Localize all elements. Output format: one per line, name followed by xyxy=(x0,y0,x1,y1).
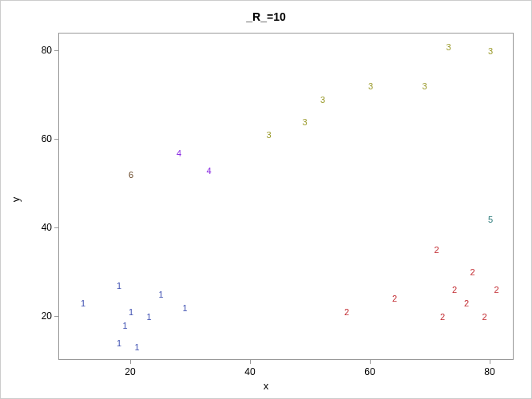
y-tick-label: 20 xyxy=(28,310,52,322)
x-tick-label: 80 xyxy=(484,366,494,377)
data-point: 1 xyxy=(81,298,85,308)
chart-title: _R_=10 xyxy=(1,10,531,23)
chart-container: _R_=10 11111111122222222233333334456 x y… xyxy=(0,0,532,399)
data-point: 1 xyxy=(146,312,151,322)
x-tick-mark xyxy=(370,360,371,364)
data-point: 3 xyxy=(422,81,427,91)
data-point: 4 xyxy=(206,166,211,176)
data-point: 6 xyxy=(129,170,133,180)
data-point: 1 xyxy=(117,281,121,290)
x-axis-label: x xyxy=(1,380,531,392)
data-point: 3 xyxy=(446,42,451,52)
x-tick-label: 20 xyxy=(125,366,135,377)
data-point: 3 xyxy=(488,46,493,56)
data-point: 1 xyxy=(129,307,133,317)
data-point: 1 xyxy=(122,321,127,330)
y-tick-mark xyxy=(54,227,58,228)
data-point: 2 xyxy=(434,245,439,255)
data-point: 2 xyxy=(470,267,474,277)
data-point: 3 xyxy=(320,95,325,105)
data-point: 1 xyxy=(117,338,121,348)
data-point: 1 xyxy=(134,342,139,352)
x-tick-mark xyxy=(130,360,131,364)
y-tick-mark xyxy=(54,139,58,140)
data-point: 1 xyxy=(182,303,187,313)
data-point: 3 xyxy=(368,81,373,91)
data-point: 3 xyxy=(266,130,271,140)
x-tick-mark xyxy=(490,360,490,364)
data-point: 2 xyxy=(440,312,445,322)
y-tick-mark xyxy=(54,316,58,317)
x-tick-label: 60 xyxy=(364,366,375,377)
data-point: 2 xyxy=(344,307,349,317)
data-point: 4 xyxy=(177,148,181,158)
data-point: 2 xyxy=(452,285,457,294)
x-tick-mark xyxy=(250,360,251,364)
data-point: 2 xyxy=(392,294,397,303)
data-point: 1 xyxy=(158,290,163,299)
y-axis-label: y xyxy=(10,197,22,203)
y-tick-mark xyxy=(54,50,58,51)
data-point: 5 xyxy=(488,215,493,224)
data-point: 3 xyxy=(302,117,307,127)
y-tick-label: 80 xyxy=(28,45,52,56)
data-point: 2 xyxy=(494,285,498,294)
y-tick-label: 60 xyxy=(28,133,52,144)
y-tick-label: 40 xyxy=(28,222,52,233)
x-tick-label: 40 xyxy=(244,366,255,377)
data-point: 2 xyxy=(464,298,469,308)
plot-area: 11111111122222222233333334456 xyxy=(58,33,514,360)
data-point: 2 xyxy=(482,312,486,322)
